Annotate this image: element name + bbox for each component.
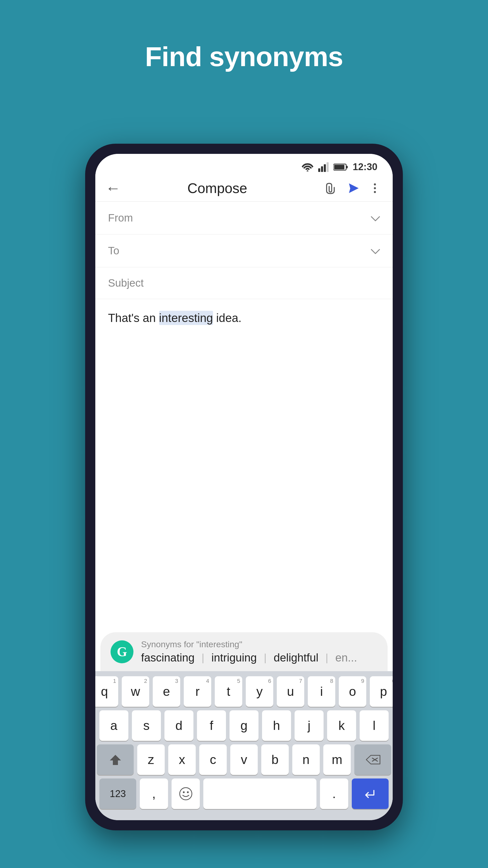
from-field-row[interactable]: From (95, 202, 393, 235)
keyboard-row-2: a s d f g h j k l (99, 710, 389, 741)
key-f[interactable]: f (197, 710, 226, 741)
synonym-divider-3: | (326, 652, 328, 663)
key-x[interactable]: x (168, 744, 196, 775)
key-m[interactable]: m (323, 744, 351, 775)
enter-icon (363, 788, 378, 800)
key-q[interactable]: 1q (95, 676, 118, 707)
more-icon[interactable] (370, 182, 380, 194)
key-u[interactable]: 7u (277, 676, 304, 707)
key-r[interactable]: 4r (184, 676, 211, 707)
svg-rect-5 (346, 166, 348, 168)
email-body[interactable]: That's an interesting idea. (95, 299, 393, 632)
synonyms-content: Synonyms for "interesting" fascinating |… (141, 639, 357, 664)
key-c[interactable]: c (199, 744, 227, 775)
key-d[interactable]: d (164, 710, 193, 741)
to-label: To (108, 245, 143, 257)
phone-frame: 12:30 ← Compose (85, 144, 403, 830)
key-j[interactable]: j (295, 710, 324, 741)
svg-point-16 (183, 792, 185, 793)
svg-rect-1 (321, 166, 323, 172)
app-bar-title: Compose (128, 180, 306, 196)
key-i[interactable]: 8i (308, 676, 335, 707)
svg-point-10 (374, 187, 376, 189)
email-text-before: That's an (108, 311, 159, 324)
svg-rect-0 (318, 168, 320, 172)
synonym-divider-2: | (264, 652, 266, 663)
synonyms-list: fascinating | intriguing | delightful | … (141, 651, 357, 664)
status-icons: 12:30 (301, 161, 378, 173)
keyboard-row-1: 1q 2w 3e 4r 5t 6y 7u (99, 676, 389, 707)
key-e[interactable]: 3e (153, 676, 180, 707)
key-y[interactable]: 6y (246, 676, 273, 707)
numbers-key[interactable]: 123 (99, 778, 136, 809)
battery-icon (333, 163, 348, 171)
page-title: Find synonyms (145, 41, 343, 72)
from-chevron-icon (371, 211, 380, 224)
enter-key[interactable] (352, 778, 389, 809)
keyboard-row-4: 123 , . (99, 778, 389, 809)
from-label: From (108, 212, 143, 224)
phone-screen: 12:30 ← Compose (95, 154, 393, 820)
status-bar: 12:30 (95, 154, 393, 175)
to-field-row[interactable]: To (95, 235, 393, 267)
email-text-highlighted: interesting (159, 311, 213, 325)
key-w[interactable]: 2w (122, 676, 149, 707)
synonym-more[interactable]: en... (335, 651, 357, 664)
app-bar-action-icons (324, 182, 380, 194)
grammarly-suggestion-bar: G Synonyms for "interesting" fascinating… (100, 632, 388, 671)
shift-key[interactable] (97, 744, 134, 775)
keyboard-row-3: z x c v b n m (99, 744, 389, 775)
synonym-delightful[interactable]: delightful (274, 651, 319, 664)
grammarly-logo: G (110, 640, 133, 663)
svg-rect-6 (334, 165, 345, 169)
key-h[interactable]: h (262, 710, 291, 741)
key-v[interactable]: v (230, 744, 258, 775)
attach-icon[interactable] (324, 182, 337, 194)
svg-point-17 (187, 792, 189, 793)
subject-field-row[interactable]: Subject (95, 267, 393, 299)
space-key[interactable] (203, 778, 317, 809)
email-fields: From To Subject (95, 202, 393, 299)
signal-icon (318, 162, 329, 172)
key-t[interactable]: 5t (215, 676, 242, 707)
key-z[interactable]: z (137, 744, 165, 775)
key-k[interactable]: k (327, 710, 356, 741)
email-text-after: idea. (213, 311, 242, 324)
key-b[interactable]: b (261, 744, 289, 775)
synonym-intriguing[interactable]: intriguing (212, 651, 257, 664)
key-s[interactable]: s (132, 710, 161, 741)
key-o[interactable]: 9o (339, 676, 366, 707)
svg-point-9 (374, 183, 376, 185)
to-chevron-icon (371, 244, 380, 257)
backspace-key[interactable] (354, 744, 391, 775)
synonym-divider-1: | (201, 652, 204, 663)
key-a[interactable]: a (99, 710, 128, 741)
svg-rect-2 (324, 164, 326, 172)
key-period[interactable]: . (320, 778, 348, 809)
key-g[interactable]: g (229, 710, 259, 741)
app-bar: ← Compose (95, 175, 393, 202)
synonym-fascinating[interactable]: fascinating (141, 651, 194, 664)
email-body-text: That's an interesting idea. (108, 311, 241, 325)
key-comma[interactable]: , (140, 778, 168, 809)
svg-point-11 (374, 191, 376, 193)
svg-marker-12 (110, 755, 121, 765)
subject-label: Subject (108, 277, 143, 289)
svg-point-15 (180, 787, 192, 800)
key-n[interactable]: n (292, 744, 320, 775)
keyboard: 1q 2w 3e 4r 5t 6y 7u (95, 671, 393, 820)
synonyms-label: Synonyms for "interesting" (141, 639, 357, 649)
grammarly-g-letter: G (117, 644, 127, 659)
emoji-key[interactable] (171, 778, 200, 809)
send-icon[interactable] (347, 182, 360, 194)
key-p[interactable]: 0p (370, 676, 393, 707)
back-button[interactable]: ← (105, 181, 121, 196)
svg-rect-3 (327, 162, 329, 172)
key-l[interactable]: l (360, 710, 389, 741)
wifi-icon (301, 162, 314, 172)
status-time: 12:30 (353, 161, 378, 173)
